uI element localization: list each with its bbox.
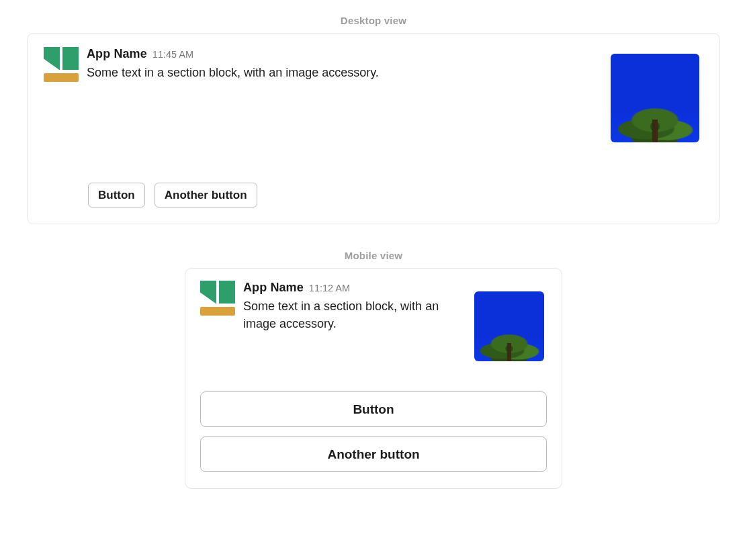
action-button-2[interactable]: Another button [155, 183, 257, 207]
mobile-view-label: Mobile view [0, 250, 747, 261]
desktop-view-label: Desktop view [0, 15, 747, 26]
action-button-1[interactable]: Button [200, 391, 547, 427]
mobile-message-card: App Name 11:12 AM Some text in a section… [185, 268, 562, 489]
app-name: App Name [87, 47, 147, 61]
action-button-2[interactable]: Another button [200, 436, 547, 472]
message-row: App Name 11:45 AM Some text in a section… [44, 47, 703, 82]
section-text: Some text in a section block, with an im… [243, 297, 466, 332]
message-timestamp: 11:12 AM [309, 283, 350, 293]
app-name: App Name [243, 281, 304, 295]
image-accessory [474, 291, 544, 361]
message-timestamp: 11:45 AM [152, 49, 193, 60]
action-button-1[interactable]: Button [88, 183, 145, 207]
image-accessory [611, 54, 699, 142]
app-avatar [200, 281, 235, 316]
desktop-message-card: App Name 11:45 AM Some text in a section… [27, 33, 720, 224]
actions-block: Button Another button [88, 183, 703, 207]
actions-block: Button Another button [200, 391, 547, 472]
app-avatar [44, 47, 79, 82]
